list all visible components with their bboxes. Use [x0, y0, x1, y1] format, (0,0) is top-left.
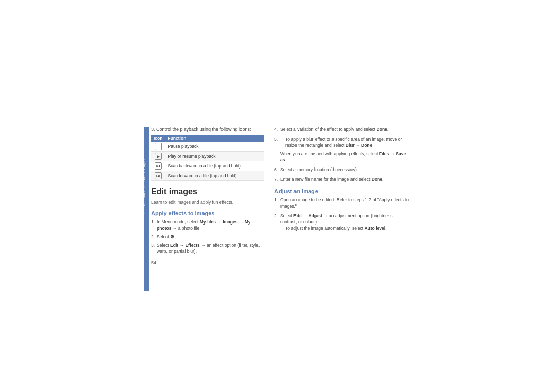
apply-effects-heading: Apply effects to images — [151, 210, 264, 216]
table-row: ⏮ Scan backward in a file (tap and hold) — [151, 161, 264, 171]
table-row: ⏭ Scan forward in a file (tap and hold) — [151, 171, 264, 180]
icon-cell: ▶ — [151, 151, 165, 161]
icon-cell: ⏮ — [151, 161, 165, 171]
list-item: Open an image to be edited. Refer to ste… — [274, 197, 411, 210]
step-text: Open an image to be edited. Refer to ste… — [280, 197, 411, 210]
bold-files: Files — [379, 151, 389, 156]
play-icon: ▶ — [155, 153, 162, 160]
right-column: Select a variation of the effect to appl… — [274, 127, 411, 265]
list-item: To apply a blur effect to a specific are… — [274, 137, 411, 164]
bold-done2: Done — [361, 143, 372, 148]
bold-effects: Effects — [185, 242, 199, 248]
right-steps: Select a variation of the effect to appl… — [274, 127, 411, 183]
apply-effects-steps: In Menu mode, select My files → Images →… — [151, 219, 264, 255]
left-column: 3. Control the playback using the follow… — [151, 127, 264, 265]
bold-done3: Done — [372, 177, 382, 182]
bold-blur: Blur — [346, 143, 355, 148]
list-item: In Menu mode, select My files → Images →… — [151, 219, 264, 232]
sidebar-rotated-text: accompanied pan book English — [142, 208, 146, 213]
icon-table: Icon Function ⏸ Pause playback ▶ Play or… — [151, 135, 264, 181]
scan-forward-icon: ⏭ — [155, 172, 162, 179]
main-intro: Learn to edit images and apply fun effec… — [151, 200, 264, 205]
bold-edit2: Edit — [293, 213, 302, 218]
autolevel-note: To adjust the image automatically, selec… — [285, 226, 411, 232]
bold-done: Done — [377, 127, 387, 132]
list-item: Select a variation of the effect to appl… — [274, 127, 411, 133]
adjust-steps: Open an image to be edited. Refer to ste… — [274, 197, 411, 234]
select-icon-ref: ⚙ — [170, 234, 174, 239]
step-text: In Menu mode, select My files → Images →… — [157, 219, 264, 232]
bold-images: Images — [223, 219, 237, 225]
step-text: Select Edit → Effects → an effect option… — [157, 242, 264, 255]
function-cell: Scan backward in a file (tap and hold) — [165, 161, 264, 171]
control-section: 3. Control the playback using the follow… — [151, 127, 264, 181]
list-item: Enter a new file name for the image and … — [274, 177, 411, 183]
step-text: Select Edit → Adjust → an adjustment opt… — [280, 213, 411, 234]
content-area: 3. Control the playback using the follow… — [151, 127, 411, 265]
table-header-icon: Icon — [151, 135, 165, 142]
icon-cell: ⏭ — [151, 171, 165, 180]
blur-note: To apply a blur effect to a specific are… — [285, 137, 411, 149]
adjust-heading: Adjust an image — [274, 188, 411, 194]
page-wrapper: accompanied pan book English 3. Control … — [144, 127, 411, 265]
step-text: Enter a new file name for the image and … — [280, 177, 383, 183]
page-number: 54 — [151, 260, 264, 265]
scan-back-icon: ⏮ — [155, 162, 162, 170]
control-intro: 3. Control the playback using the follow… — [151, 127, 264, 132]
list-item: Select ⚙. — [151, 234, 264, 240]
pause-icon: ⏸ — [155, 143, 162, 150]
function-cell: Play or resume playback — [165, 151, 264, 161]
bold-myfiles: My files — [200, 219, 216, 225]
step-text: Select ⚙. — [157, 234, 175, 240]
function-cell: Scan forward in a file (tap and hold) — [165, 171, 264, 180]
main-heading: Edit images — [151, 187, 264, 198]
right-column-top: Select a variation of the effect to appl… — [274, 127, 411, 183]
bold-adjust: Adjust — [308, 213, 322, 218]
bold-edit: Edit — [170, 242, 178, 248]
sidebar-strip: accompanied pan book English — [144, 127, 149, 291]
step-text: Select a memory location (if necessary). — [280, 167, 358, 173]
list-item: Select Edit → Effects → an effect option… — [151, 242, 264, 255]
icon-cell: ⏸ — [151, 142, 165, 152]
step-text: To apply a blur effect to a specific are… — [280, 137, 411, 164]
list-item: Select Edit → Adjust → an adjustment opt… — [274, 213, 411, 234]
step-text: Select a variation of the effect to appl… — [280, 127, 388, 133]
table-row: ⏸ Pause playback — [151, 142, 264, 152]
list-item: Select a memory location (if necessary). — [274, 167, 411, 173]
table-header-function: Function — [165, 135, 264, 142]
bold-autolevel: Auto level — [364, 226, 385, 231]
function-cell: Pause playback — [165, 142, 264, 152]
table-row: ▶ Play or resume playback — [151, 151, 264, 161]
